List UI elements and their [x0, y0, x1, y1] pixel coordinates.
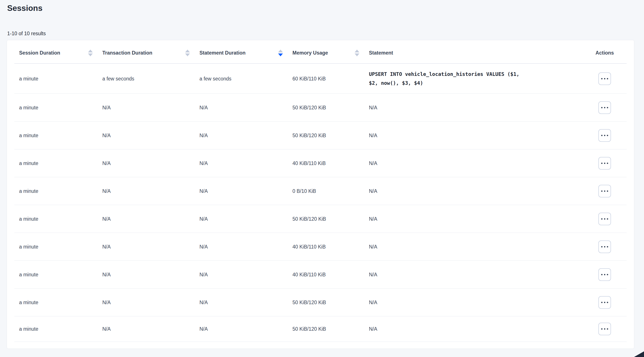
- column-header-statement: Statement: [364, 50, 584, 56]
- cell-statement-duration: N/A: [195, 132, 288, 139]
- cell-session-duration: a minute: [14, 271, 98, 278]
- ellipsis-icon: [601, 328, 608, 329]
- cell-session-duration: a minute: [14, 76, 98, 82]
- cell-transaction-duration: N/A: [98, 160, 195, 167]
- cell-statement: N/A: [364, 326, 584, 332]
- resize-corner-icon: [634, 351, 644, 357]
- results-count: 1-10 of 10 results: [7, 31, 644, 37]
- table-row: a minute N/A N/A 50 KiB/120 KiB N/A: [14, 94, 626, 122]
- cell-session-duration: a minute: [14, 243, 98, 250]
- cell-memory-usage: 50 KiB/120 KiB: [288, 326, 364, 332]
- ellipsis-icon: [601, 78, 608, 79]
- cell-memory-usage: 40 KiB/110 KiB: [288, 160, 364, 167]
- table-body: a minute a few seconds a few seconds 60 …: [14, 64, 626, 342]
- cell-statement-duration: N/A: [195, 160, 288, 167]
- ellipsis-icon: [601, 163, 608, 164]
- cell-statement-duration: a few seconds: [195, 76, 288, 82]
- cell-transaction-duration: N/A: [98, 243, 195, 250]
- cell-statement: UPSERT INTO vehicle_location_histories V…: [364, 70, 584, 88]
- cell-statement: N/A: [364, 188, 584, 194]
- cell-memory-usage: 40 KiB/110 KiB: [288, 243, 364, 250]
- cell-memory-usage: 50 KiB/120 KiB: [288, 299, 364, 306]
- cell-session-duration: a minute: [14, 160, 98, 167]
- cell-actions: [584, 129, 626, 142]
- ellipsis-icon: [601, 135, 608, 136]
- cell-session-duration: a minute: [14, 216, 98, 222]
- table-row: a minute N/A N/A 50 KiB/120 KiB N/A: [14, 122, 626, 149]
- table-row: a minute N/A N/A 0 B/10 KiB N/A: [14, 177, 626, 205]
- table-row: a minute N/A N/A 50 KiB/120 KiB N/A: [14, 288, 626, 316]
- ellipsis-icon: [601, 302, 608, 303]
- cell-statement: N/A: [364, 271, 584, 278]
- table-header-row: Session Duration Transaction Duration St…: [14, 40, 626, 64]
- cell-transaction-duration: N/A: [98, 271, 195, 278]
- cell-statement-duration: N/A: [195, 299, 288, 306]
- table-row: a minute N/A N/A 40 KiB/110 KiB N/A: [14, 261, 626, 288]
- cell-statement-duration: N/A: [195, 326, 288, 332]
- cell-memory-usage: 40 KiB/110 KiB: [288, 271, 364, 278]
- cell-transaction-duration: N/A: [98, 216, 195, 222]
- page-title: Sessions: [0, 0, 644, 14]
- session-actions-button[interactable]: [598, 268, 611, 281]
- cell-transaction-duration: N/A: [98, 326, 195, 332]
- cell-memory-usage: 50 KiB/120 KiB: [288, 216, 364, 222]
- session-actions-button[interactable]: [598, 72, 611, 85]
- ellipsis-icon: [601, 246, 608, 247]
- cell-session-duration: a minute: [14, 132, 98, 139]
- column-header-session-duration[interactable]: Session Duration: [14, 50, 98, 56]
- cell-session-duration: a minute: [14, 104, 98, 111]
- cell-transaction-duration: N/A: [98, 132, 195, 139]
- cell-statement-duration: N/A: [195, 271, 288, 278]
- session-actions-button[interactable]: [598, 157, 611, 170]
- sessions-table: Session Duration Transaction Duration St…: [7, 40, 634, 348]
- cell-transaction-duration: a few seconds: [98, 76, 195, 82]
- cell-statement-duration: N/A: [195, 243, 288, 250]
- cell-memory-usage: 60 KiB/110 KiB: [288, 76, 364, 82]
- table-row: a minute N/A N/A 40 KiB/110 KiB N/A: [14, 233, 626, 261]
- cell-memory-usage: 50 KiB/120 KiB: [288, 132, 364, 139]
- table-row: a minute a few seconds a few seconds 60 …: [14, 64, 626, 94]
- column-header-transaction-duration[interactable]: Transaction Duration: [98, 50, 195, 56]
- ellipsis-icon: [601, 274, 608, 275]
- sessions-page: Sessions 1-10 of 10 results Session Dura…: [0, 0, 644, 357]
- cell-statement: N/A: [364, 216, 584, 222]
- sort-icon-active-desc: [278, 50, 283, 56]
- sort-icon: [185, 50, 190, 56]
- cell-statement-duration: N/A: [195, 188, 288, 194]
- cell-actions: [584, 296, 626, 309]
- cell-statement: N/A: [364, 132, 584, 139]
- column-header-label: Session Duration: [19, 50, 60, 56]
- cell-actions: [584, 268, 626, 281]
- column-header-label: Statement Duration: [200, 50, 246, 56]
- session-actions-button[interactable]: [598, 296, 611, 309]
- cell-actions: [584, 72, 626, 85]
- column-header-actions: Actions: [584, 50, 626, 56]
- session-actions-button[interactable]: [598, 213, 611, 225]
- table-row: a minute N/A N/A 50 KiB/120 KiB N/A: [14, 205, 626, 233]
- cell-statement: N/A: [364, 104, 584, 111]
- cell-statement-duration: N/A: [195, 104, 288, 111]
- column-header-label: Memory Usage: [292, 50, 328, 56]
- session-actions-button[interactable]: [598, 185, 611, 197]
- sort-icon: [354, 50, 359, 56]
- table-row: a minute N/A N/A 40 KiB/110 KiB N/A: [14, 149, 626, 177]
- session-actions-button[interactable]: [598, 101, 611, 114]
- cell-statement-duration: N/A: [195, 216, 288, 222]
- cell-session-duration: a minute: [14, 326, 98, 332]
- column-header-memory-usage[interactable]: Memory Usage: [288, 50, 364, 56]
- column-header-label: Statement: [369, 50, 393, 56]
- cell-session-duration: a minute: [14, 299, 98, 306]
- ellipsis-icon: [601, 190, 608, 192]
- session-actions-button[interactable]: [598, 129, 611, 142]
- cell-session-duration: a minute: [14, 188, 98, 194]
- cell-actions: [584, 101, 626, 114]
- cell-statement: N/A: [364, 299, 584, 306]
- cell-statement: N/A: [364, 243, 584, 250]
- session-actions-button[interactable]: [598, 323, 611, 335]
- cell-statement: N/A: [364, 160, 584, 167]
- ellipsis-icon: [601, 218, 608, 220]
- cell-memory-usage: 50 KiB/120 KiB: [288, 104, 364, 111]
- column-header-statement-duration[interactable]: Statement Duration: [195, 50, 288, 56]
- cell-transaction-duration: N/A: [98, 299, 195, 306]
- session-actions-button[interactable]: [598, 240, 611, 253]
